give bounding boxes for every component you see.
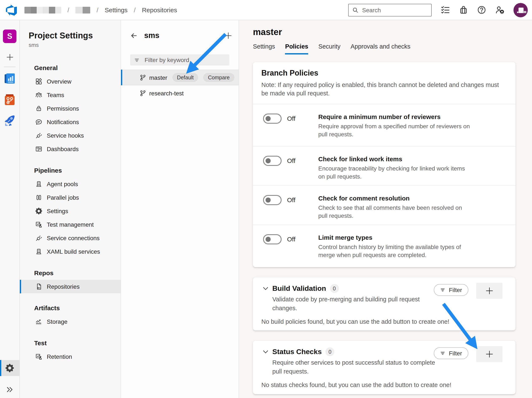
search-input[interactable] [361, 6, 427, 14]
policy-row-min-reviewers: Off Require a minimum number of reviewer… [253, 104, 516, 146]
avatar[interactable] [513, 3, 528, 17]
sidebar-item-parallel-jobs[interactable]: Parallel jobs [20, 191, 120, 204]
build-validation-filter-button[interactable]: Filter [434, 284, 468, 296]
tab-policies[interactable]: Policies [285, 43, 308, 54]
settings-sidebar: Project Settings sms General Overview Te… [20, 20, 121, 398]
policy-row-limit-merge-types: Off Limit merge types Control branch his… [253, 224, 516, 271]
azure-devops-logo-icon[interactable] [6, 4, 17, 15]
breadcrumb-separator: / [96, 6, 98, 13]
add-branch-icon[interactable] [225, 32, 232, 39]
branch-filter-input[interactable] [144, 56, 226, 64]
pipelines-icon[interactable] [3, 114, 16, 127]
tab-approvals-and-checks[interactable]: Approvals and checks [350, 43, 410, 54]
sidebar-item-label: Dashboards [47, 146, 79, 152]
build-validation-card: Build Validation 0 Filter Validate code … [253, 277, 516, 331]
breadcrumb-separator: / [67, 6, 69, 13]
branch-policies-card: Branch Policies Note: If any required po… [253, 62, 516, 267]
filter-icon [134, 57, 140, 63]
branch-name: master [149, 74, 167, 81]
filter-label: Filter [449, 350, 462, 357]
chart-icon [35, 318, 42, 325]
compare-badge[interactable]: Compare [203, 73, 234, 82]
policy-description: Check to see that all comments have been… [318, 204, 470, 220]
policy-description: Control branch history by limiting the a… [318, 243, 470, 259]
building-icon [35, 248, 42, 255]
sidebar-item-storage[interactable]: Storage [20, 315, 120, 328]
toggle-min-reviewers[interactable] [263, 113, 282, 124]
build-validation-add-button[interactable] [476, 283, 502, 299]
sidebar-item-label: Service hooks [47, 132, 84, 139]
sidebar-item-notifications[interactable]: Notifications [20, 115, 120, 129]
toggle-limit-merge-types[interactable] [263, 234, 282, 244]
section-header-test: Test [34, 339, 120, 346]
sidebar-item-test-management[interactable]: Test management [20, 218, 120, 231]
sidebar-item-repositories[interactable]: Repositories [20, 280, 120, 293]
sidebar-item-label: Settings [47, 208, 68, 214]
rail-item-project-settings[interactable] [0, 360, 19, 376]
policy-title: Check for linked work items [318, 155, 470, 162]
filter-icon [440, 350, 446, 356]
sidebar-item-label: Storage [47, 318, 67, 325]
user-settings-icon[interactable] [495, 6, 504, 14]
add-icon [486, 350, 493, 358]
plug-icon [35, 132, 42, 139]
dashboard-icon [35, 146, 42, 152]
parallel-icon [35, 194, 42, 201]
toggle-state-label: Off [287, 115, 295, 122]
chevron-down-icon[interactable] [263, 350, 268, 353]
search-box[interactable] [348, 4, 432, 16]
teams-icon [35, 91, 42, 98]
marketplace-bag-icon[interactable] [459, 6, 468, 14]
policy-row-linked-work-items: Off Check for linked work items Encourag… [253, 146, 516, 185]
breadcrumb-repositories[interactable]: Repositories [142, 6, 177, 13]
sidebar-item-settings[interactable]: Settings [20, 204, 120, 218]
sidebar-item-label: Permissions [47, 105, 79, 112]
branch-row-research-test[interactable]: research-test [121, 85, 239, 101]
project-tile[interactable]: S [3, 30, 16, 43]
page-title: Project Settings [29, 31, 120, 40]
breadcrumb-settings[interactable]: Settings [105, 6, 127, 13]
build-validation-empty-message: No build policies found, but you can use… [261, 318, 507, 325]
page-subtitle: sms [29, 42, 120, 48]
add-icon [6, 53, 13, 61]
sidebar-item-service-hooks[interactable]: Service hooks [20, 129, 120, 142]
branch-policies-title: Branch Policies [261, 69, 507, 78]
branch-title: master [253, 27, 282, 37]
toggle-linked-work-items[interactable] [263, 156, 282, 166]
branch-filter-box[interactable] [130, 54, 229, 65]
sidebar-item-retention[interactable]: Retention [20, 350, 120, 363]
toggle-comment-resolution[interactable] [263, 195, 282, 205]
chevron-down-icon[interactable] [263, 287, 268, 290]
add-project-button[interactable] [3, 51, 16, 63]
task-list-icon[interactable] [441, 6, 450, 14]
azure-devops-app: / / Settings / Repositories [0, 0, 532, 398]
boards-icon[interactable] [3, 72, 16, 85]
sidebar-item-service-connections[interactable]: Service connections [20, 231, 120, 245]
status-checks-add-button[interactable] [476, 346, 502, 362]
sidebar-item-dashboards[interactable]: Dashboards [20, 142, 120, 156]
sidebar-item-xaml-build-services[interactable]: XAML build services [20, 245, 120, 258]
status-checks-filter-button[interactable]: Filter [434, 347, 468, 359]
top-bar-actions [348, 3, 528, 17]
status-checks-count: 0 [325, 347, 334, 356]
tab-settings[interactable]: Settings [253, 43, 275, 54]
sidebar-item-overview[interactable]: Overview [20, 75, 120, 88]
branch-row-master[interactable]: master Default Compare [121, 70, 239, 85]
git-branch-icon [139, 74, 146, 81]
tab-security[interactable]: Security [318, 43, 340, 54]
building-icon [35, 181, 42, 187]
branch-name: research-test [149, 90, 184, 97]
help-icon[interactable] [477, 6, 486, 14]
test-check-icon [35, 353, 42, 360]
repos-icon[interactable] [3, 93, 16, 107]
sidebar-item-label: Agent pools [47, 181, 78, 187]
sidebar-item-teams[interactable]: Teams [20, 88, 120, 102]
redacted-org-name[interactable] [25, 7, 61, 13]
toggle-state-label: Off [287, 235, 295, 243]
redacted-project-name[interactable] [76, 7, 90, 13]
sidebar-item-permissions[interactable]: Permissions [20, 102, 120, 115]
expand-rail-icon[interactable] [6, 386, 13, 393]
sidebar-item-label: Repositories [47, 283, 80, 290]
sidebar-item-agent-pools[interactable]: Agent pools [20, 177, 120, 191]
back-icon[interactable] [130, 32, 137, 39]
